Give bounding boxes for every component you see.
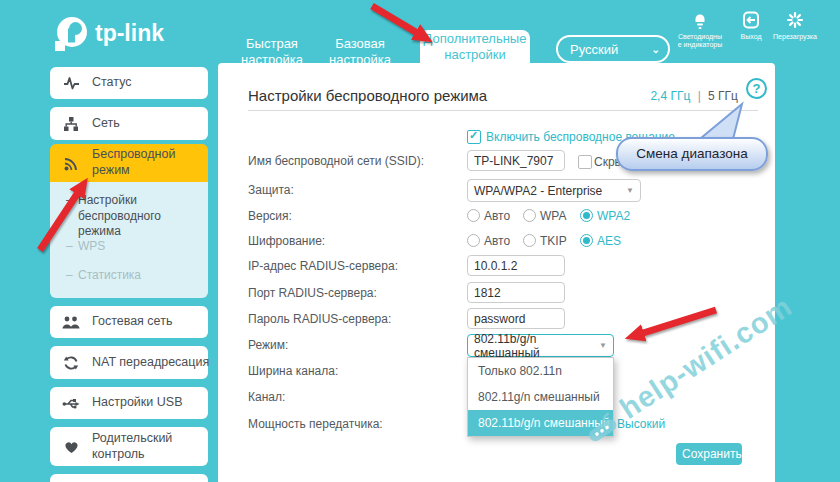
reboot-icon xyxy=(784,9,806,31)
encryption-option-label[interactable]: TKIP xyxy=(540,234,567,248)
reboot-button[interactable]: Перезагрузка xyxy=(772,9,818,41)
version-option-label[interactable]: WPA2 xyxy=(597,209,630,223)
sidebar-item-guest-network[interactable]: Гостевая сеть xyxy=(50,306,208,338)
dash-marker: – xyxy=(66,268,78,284)
led-indicators-button[interactable]: Светодиодные индикаторы xyxy=(677,9,723,49)
submenu-item-statistics[interactable]: – Статистика xyxy=(66,268,141,284)
radius-ip-label: IP-адрес RADIUS-сервера: xyxy=(248,259,398,273)
sidebar-item-parental-controls[interactable]: Родительский контроль xyxy=(50,427,208,466)
channel-label: Канал: xyxy=(248,390,285,404)
dropdown-arrow-icon: ▼ xyxy=(626,186,634,195)
led-indicators-label: Светодиодные индикаторы xyxy=(677,33,723,49)
channel-width-label: Ширина канала: xyxy=(248,364,338,378)
sidebar-item-network[interactable]: Сеть xyxy=(50,107,208,140)
tp-link-logo: tp-link xyxy=(50,8,200,64)
logout-label: Выход xyxy=(728,33,774,41)
encryption-radio-aes[interactable] xyxy=(580,234,593,247)
sidebar-item-label: Настройки USB xyxy=(92,395,208,411)
network-icon xyxy=(50,116,92,132)
dash-marker: – xyxy=(66,193,78,240)
sidebar-item-label: Сеть xyxy=(92,116,208,132)
dash-marker: – xyxy=(66,239,78,255)
version-radio-auto[interactable] xyxy=(467,209,480,222)
tx-power-label: Мощность передатчика: xyxy=(248,417,383,431)
page-title: Настройки беспроводного режима xyxy=(248,87,487,104)
security-value: WPA/WPA2 - Enterprise xyxy=(474,184,602,198)
band-change-callout: Смена диапазона xyxy=(616,137,768,171)
arrow-to-advanced-tab xyxy=(372,6,419,34)
radius-password-label: Пароль RADIUS-сервера: xyxy=(248,312,391,326)
tx-power-high-option[interactable]: Высокий xyxy=(617,417,665,431)
mode-value: 802.11b/g/n смешанный xyxy=(474,332,599,360)
led-icon xyxy=(689,9,711,31)
sidebar-item-label: Статус xyxy=(92,75,208,91)
mode-dropdown-list: Только 802.11n 802.11g/n смешанный 802.1… xyxy=(467,357,614,437)
language-value: Русский xyxy=(570,42,618,57)
guest-network-icon xyxy=(50,315,92,330)
sidebar-item-nat-forwarding[interactable]: NAT переадресация xyxy=(50,346,208,379)
wireless-icon xyxy=(50,155,92,172)
mode-option[interactable]: 802.11g/n смешанный xyxy=(468,384,613,410)
mode-option[interactable]: Только 802.11n xyxy=(468,358,613,384)
logout-icon xyxy=(740,9,762,31)
save-button[interactable]: Сохранить xyxy=(676,443,742,465)
radius-ip-input[interactable] xyxy=(467,255,565,276)
band-2-4ghz-link[interactable]: 2,4 ГГц xyxy=(650,89,690,103)
tab-advanced[interactable]: Дополнительные настройки xyxy=(420,30,530,63)
usb-icon xyxy=(50,396,92,411)
submenu-item-wps[interactable]: – WPS xyxy=(66,239,105,255)
submenu-item-label: Настройки беспроводного режима xyxy=(78,193,196,240)
encryption-radio-tkip[interactable] xyxy=(523,234,536,247)
submenu-item-label: Статистика xyxy=(78,268,141,284)
language-select[interactable]: Русский ⌄ xyxy=(556,35,670,63)
status-icon xyxy=(50,75,92,91)
mode-select[interactable]: 802.11b/g/n смешанный ▼ xyxy=(467,334,614,357)
sidebar-item-status[interactable]: Статус xyxy=(50,67,208,99)
radius-password-input[interactable] xyxy=(467,308,565,329)
sidebar-item-wireless[interactable]: Беспроводной режим xyxy=(50,144,208,182)
sidebar-item-label: NAT переадресация xyxy=(92,355,215,371)
reboot-label: Перезагрузка xyxy=(772,33,818,41)
encryption-option-label[interactable]: Авто xyxy=(484,234,510,248)
security-label: Защита: xyxy=(248,183,294,197)
router-admin-page: tp-link Быстрая настройка Базовая настро… xyxy=(0,0,840,482)
ssid-label: Имя беспроводной сети (SSID): xyxy=(248,154,424,168)
submenu-item-label: WPS xyxy=(78,239,105,255)
chevron-down-icon: ⌄ xyxy=(652,44,660,55)
sidebar-item-label: Гостевая сеть xyxy=(92,314,208,330)
encryption-radio-auto[interactable] xyxy=(467,234,480,247)
mode-option-selected[interactable]: 802.11b/g/n смешанный xyxy=(468,410,613,436)
title-divider xyxy=(248,110,758,111)
sidebar-item-usb-settings[interactable]: Настройки USB xyxy=(50,387,208,419)
version-label: Версия: xyxy=(248,209,292,223)
ssid-input[interactable] xyxy=(467,150,565,171)
nat-icon xyxy=(50,355,92,371)
encryption-label: Шифрование: xyxy=(248,234,325,248)
version-radio-wpa[interactable] xyxy=(523,209,536,222)
heart-icon xyxy=(50,439,92,454)
radius-port-label: Порт RADIUS-сервера: xyxy=(248,286,377,300)
security-select[interactable]: WPA/WPA2 - Enterprise ▼ xyxy=(467,179,641,202)
sidebar-item-label: Беспроводной режим xyxy=(92,147,208,178)
help-icon[interactable]: ? xyxy=(746,78,767,99)
sidebar-item-qos[interactable]: Приоритизация xyxy=(50,474,208,482)
dropdown-arrow-icon: ▼ xyxy=(599,341,607,350)
version-option-label[interactable]: Авто xyxy=(484,209,510,223)
mode-label: Режим: xyxy=(248,338,288,352)
wireless-submenu: – Настройки беспроводного режима – WPS –… xyxy=(50,182,208,298)
sidebar-item-label: Родительский контроль xyxy=(92,431,208,462)
version-option-label[interactable]: WPA xyxy=(540,209,566,223)
enable-wireless-checkbox[interactable] xyxy=(467,130,481,144)
submenu-item-wireless-settings[interactable]: – Настройки беспроводного режима xyxy=(66,193,196,240)
radius-port-input[interactable] xyxy=(467,282,565,303)
logo-text: tp-link xyxy=(95,20,164,46)
hide-ssid-checkbox[interactable] xyxy=(578,155,592,169)
encryption-option-label[interactable]: AES xyxy=(597,234,621,248)
version-radio-wpa2[interactable] xyxy=(580,209,593,222)
logout-button[interactable]: Выход xyxy=(728,9,774,41)
